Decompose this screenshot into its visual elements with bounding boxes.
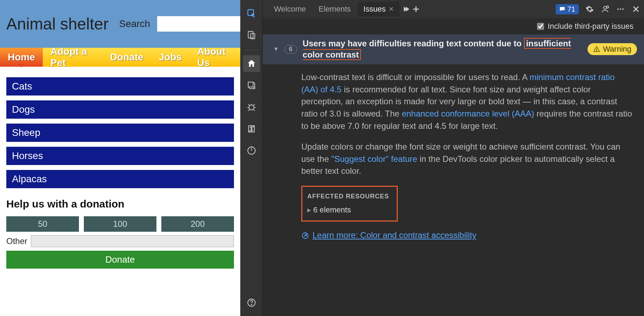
warning-label: Warning	[603, 45, 631, 54]
activity-bar	[240, 0, 263, 316]
svg-point-15	[596, 51, 597, 51]
nav-about[interactable]: About Us	[189, 48, 240, 67]
issue-title-pre: Users may have difficulties reading text…	[303, 39, 524, 48]
affected-resources-label: AFFECTED RESOURCES	[307, 192, 389, 201]
help-icon[interactable]	[243, 294, 260, 311]
feedback-icon[interactable]	[601, 5, 610, 14]
nav-home[interactable]: Home	[0, 48, 43, 67]
category-alpacas[interactable]: Alpacas	[6, 170, 234, 188]
donation-heading: Help us with a donation	[6, 198, 234, 210]
chevron-down-icon[interactable]: ▼	[273, 46, 279, 52]
performance-icon[interactable]	[243, 142, 260, 159]
svg-point-12	[617, 8, 619, 10]
warning-icon	[593, 46, 600, 53]
devtools-main: Welcome Elements Issues ✕ 71	[263, 0, 644, 316]
issue-title: Users may have difficulties reading text…	[303, 38, 582, 61]
content-area: Cats Dogs Sheep Horses Alpacas Help us w…	[0, 67, 240, 269]
tab-issues[interactable]: Issues ✕	[358, 2, 400, 17]
svg-point-11	[606, 6, 609, 8]
close-icon[interactable]: ✕	[389, 5, 394, 13]
other-amount-input[interactable]	[31, 235, 234, 247]
affected-elements-row[interactable]: ▶ 6 elements	[307, 204, 389, 216]
issue-header[interactable]: ▼ 6 Users may have difficulties reading …	[263, 34, 644, 64]
learn-more-row: Learn more: Color and contrast accessibi…	[301, 229, 632, 242]
device-emulation-icon[interactable]	[243, 27, 260, 44]
link-suggest-color[interactable]: "Suggest color" feature	[331, 154, 417, 164]
chevron-right-icon: ▶	[307, 206, 311, 213]
site-title: Animal shelter	[6, 15, 108, 33]
search-input[interactable]	[157, 16, 240, 32]
svg-point-4	[249, 105, 254, 110]
donation-amount-row: 50 100 200	[6, 216, 234, 232]
more-tabs-icon[interactable]	[401, 5, 410, 14]
devtools-pane: Welcome Elements Issues ✕ 71	[240, 0, 644, 316]
issue-paragraph-2: Update colors or change the font size or…	[301, 141, 632, 177]
donation-200[interactable]: 200	[161, 216, 234, 232]
close-devtools-icon[interactable]	[631, 5, 640, 14]
inspect-element-icon[interactable]	[243, 5, 260, 22]
issue-body: Low-contrast text is difficult or imposs…	[263, 64, 644, 249]
add-tab-icon[interactable]	[411, 5, 421, 14]
external-link-icon	[301, 232, 309, 239]
issue-paragraph-1: Low-contrast text is difficult or imposs…	[301, 71, 632, 132]
link-aaa-level[interactable]: enhanced conformance level (AAA)	[402, 109, 534, 118]
issue-count-pill: 6	[284, 45, 297, 54]
svg-point-14	[622, 8, 624, 10]
include-third-party-label[interactable]: Include third-party issues	[537, 22, 633, 31]
main-nav: Home Adopt a Pet Donate Jobs About Us	[0, 48, 240, 67]
3d-view-icon[interactable]	[243, 77, 260, 94]
more-icon[interactable]	[616, 5, 625, 14]
donation-50[interactable]: 50	[6, 216, 79, 232]
website-pane: Animal shelter Search go Home Adopt a Pe…	[0, 0, 240, 316]
tab-issues-label: Issues	[363, 5, 386, 14]
nav-donate[interactable]: Donate	[102, 48, 151, 67]
donation-100[interactable]: 100	[84, 216, 156, 232]
issues-count: 71	[568, 5, 575, 13]
tabbar-right: 71	[556, 4, 640, 14]
issues-toolbar: Include third-party issues	[263, 18, 644, 34]
devtools-tabbar: Welcome Elements Issues ✕ 71	[263, 0, 644, 18]
svg-point-10	[604, 6, 606, 9]
network-conditions-icon[interactable]	[243, 120, 260, 137]
include-third-party-text: Include third-party issues	[548, 22, 633, 31]
activity-bar-separator	[245, 50, 258, 50]
search-label: Search	[119, 18, 150, 29]
category-sheep[interactable]: Sheep	[6, 124, 234, 142]
category-horses[interactable]: Horses	[6, 147, 234, 165]
site-header: Animal shelter Search go	[0, 0, 240, 48]
bug-icon[interactable]	[243, 99, 260, 116]
tab-elements[interactable]: Elements	[313, 2, 356, 17]
tab-welcome[interactable]: Welcome	[268, 2, 311, 17]
donate-button[interactable]: Donate	[6, 251, 234, 269]
learn-more-link[interactable]: Learn more: Color and contrast accessibi…	[313, 229, 476, 242]
nav-jobs[interactable]: Jobs	[151, 48, 189, 67]
category-dogs[interactable]: Dogs	[6, 100, 234, 119]
include-third-party-checkbox[interactable]	[537, 23, 544, 30]
donation-other-row: Other	[6, 235, 234, 247]
nav-adopt[interactable]: Adopt a Pet	[43, 48, 102, 67]
warning-badge: Warning	[588, 43, 637, 55]
gear-icon[interactable]	[585, 5, 594, 14]
message-icon	[559, 6, 565, 12]
svg-rect-3	[248, 82, 253, 87]
svg-point-9	[251, 304, 252, 305]
svg-point-13	[620, 8, 621, 10]
affected-elements-count: 6 elements	[313, 204, 351, 216]
category-cats[interactable]: Cats	[6, 77, 234, 96]
issues-counter[interactable]: 71	[556, 4, 579, 14]
home-tool-icon[interactable]	[243, 55, 260, 72]
other-label: Other	[6, 236, 27, 246]
affected-resources-box: AFFECTED RESOURCES ▶ 6 elements	[301, 186, 398, 222]
